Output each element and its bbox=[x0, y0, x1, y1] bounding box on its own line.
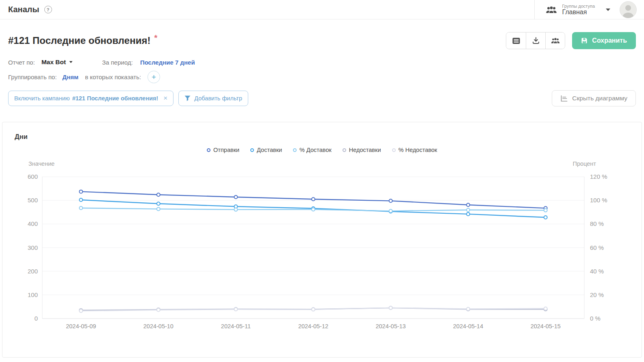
chevron-down-icon[interactable] bbox=[605, 8, 611, 11]
data-point[interactable] bbox=[544, 209, 547, 212]
data-point[interactable] bbox=[312, 308, 315, 311]
data-point[interactable] bbox=[389, 199, 392, 202]
close-icon[interactable]: × bbox=[163, 94, 167, 102]
x-axis-tick: 2024-05-11 bbox=[221, 323, 251, 329]
x-axis-tick: 2024-05-15 bbox=[531, 323, 561, 329]
filters-row: Включить кампанию #121 Последние обновле… bbox=[8, 90, 636, 106]
data-point[interactable] bbox=[466, 203, 470, 206]
data-point[interactable] bbox=[157, 202, 160, 205]
legend-item[interactable]: % Доставок bbox=[293, 147, 332, 153]
period-label: За период: bbox=[102, 59, 133, 66]
data-point[interactable] bbox=[79, 309, 82, 312]
x-axis-tick: 2024-05-13 bbox=[375, 323, 405, 329]
download-button[interactable] bbox=[526, 33, 545, 49]
data-point[interactable] bbox=[79, 198, 82, 202]
chart-title: Дни bbox=[15, 133, 642, 142]
group-by-value-link[interactable]: Дням bbox=[63, 74, 79, 80]
axis-labels: Значение Процент bbox=[2, 160, 642, 168]
data-point[interactable] bbox=[157, 193, 160, 196]
required-mark: * bbox=[154, 33, 157, 43]
legend-item[interactable]: Доставки bbox=[250, 147, 282, 153]
data-point[interactable] bbox=[157, 207, 160, 210]
data-point[interactable] bbox=[544, 307, 547, 310]
left-axis-tick: 200 bbox=[28, 268, 38, 275]
data-point[interactable] bbox=[389, 306, 392, 310]
data-point[interactable] bbox=[312, 197, 315, 201]
save-button-label: Сохранить bbox=[592, 37, 627, 44]
campaign-filter-chip[interactable]: Включить кампанию #121 Последние обновле… bbox=[8, 91, 173, 106]
report-page: #121 Последние обновления! * bbox=[0, 20, 644, 358]
topbar: Каналы ? Группы доступа Главная bbox=[0, 0, 644, 20]
legend-marker-icon bbox=[392, 148, 396, 152]
share-users-button[interactable] bbox=[545, 33, 565, 49]
filter-chip-campaign: #121 Последние обновления! bbox=[72, 95, 158, 102]
chart-legend: ОтправкиДоставки% ДоставокНедоставки% Не… bbox=[2, 146, 642, 154]
right-axis-tick: 20 % bbox=[590, 291, 604, 298]
right-axis-title: Процент bbox=[573, 160, 596, 168]
report-toolbar bbox=[506, 32, 565, 49]
data-point[interactable] bbox=[466, 212, 470, 216]
add-filter-button[interactable]: Добавить фильтр bbox=[178, 91, 248, 106]
legend-label: Отправки bbox=[213, 147, 239, 153]
download-icon bbox=[532, 37, 540, 44]
show-in-label: в которых показать: bbox=[85, 74, 141, 80]
hide-chart-button[interactable]: Скрыть диаграмму bbox=[552, 90, 636, 106]
left-axis-tick: 600 bbox=[28, 173, 38, 180]
save-button[interactable]: Сохранить bbox=[572, 32, 636, 49]
page-title: Каналы bbox=[8, 5, 39, 14]
data-point[interactable] bbox=[389, 209, 392, 212]
data-point[interactable] bbox=[79, 190, 82, 193]
access-group-selector[interactable]: Группы доступа Главная bbox=[562, 4, 595, 16]
add-metric-button[interactable]: + bbox=[147, 71, 160, 83]
group-by-label: Группировать по: bbox=[8, 74, 57, 80]
data-point[interactable] bbox=[234, 208, 237, 211]
legend-marker-icon bbox=[250, 148, 254, 152]
data-point[interactable] bbox=[466, 208, 470, 212]
legend-item[interactable]: Недоставки bbox=[343, 147, 381, 153]
chart-canvas: 6005004003002001000120 %100 %80 %60 %40 … bbox=[2, 169, 642, 332]
left-axis-tick: 0 bbox=[35, 315, 38, 322]
legend-item[interactable]: Отправки bbox=[207, 147, 239, 153]
users-icon bbox=[551, 37, 560, 44]
data-point[interactable] bbox=[466, 307, 470, 310]
help-icon[interactable]: ? bbox=[44, 6, 52, 13]
title-row: #121 Последние обновления! * bbox=[8, 32, 636, 50]
data-point[interactable] bbox=[234, 195, 237, 199]
right-axis-tick: 40 % bbox=[590, 268, 604, 275]
save-icon bbox=[581, 37, 588, 44]
data-point[interactable] bbox=[157, 308, 160, 312]
add-filter-label: Добавить фильтр bbox=[194, 95, 242, 102]
right-axis-tick: 80 % bbox=[590, 220, 604, 227]
topbar-right: Группы доступа Главная bbox=[534, 0, 637, 20]
legend-marker-icon bbox=[343, 148, 346, 152]
right-axis-tick: 60 % bbox=[590, 244, 604, 251]
list-icon bbox=[512, 37, 520, 44]
filter-icon bbox=[184, 95, 191, 101]
bot-select[interactable]: Max Bot bbox=[41, 59, 73, 66]
legend-marker-icon bbox=[207, 148, 210, 152]
report-by-label: Отчет по: bbox=[8, 59, 35, 66]
legend-label: % Доставок bbox=[299, 147, 332, 153]
groupby-row: Группировать по: Дням в которых показать… bbox=[8, 71, 636, 83]
legend-label: Недоставки bbox=[349, 147, 381, 153]
left-axis-tick: 500 bbox=[28, 197, 38, 204]
right-axis-tick: 100 % bbox=[590, 197, 607, 204]
access-group-label: Группы доступа bbox=[562, 4, 595, 9]
right-axis-tick: 0 % bbox=[590, 315, 601, 322]
x-axis-tick: 2024-05-12 bbox=[298, 323, 328, 329]
x-axis-tick: 2024-05-09 bbox=[66, 323, 96, 329]
data-point[interactable] bbox=[79, 206, 82, 210]
legend-marker-icon bbox=[293, 148, 297, 152]
data-point[interactable] bbox=[544, 216, 547, 219]
left-axis-title: Значение bbox=[28, 160, 54, 168]
report-title: #121 Последние обновления! bbox=[8, 35, 150, 46]
access-group-value: Главная bbox=[562, 9, 595, 16]
data-point[interactable] bbox=[312, 208, 315, 211]
legend-item[interactable]: % Недоставок bbox=[392, 147, 437, 153]
avatar[interactable] bbox=[620, 1, 637, 18]
right-axis-tick: 120 % bbox=[590, 173, 607, 180]
period-value-link[interactable]: Последние 7 дней bbox=[140, 59, 195, 66]
data-point[interactable] bbox=[234, 308, 237, 311]
report-list-button[interactable] bbox=[506, 33, 526, 49]
chart-icon bbox=[560, 95, 568, 102]
